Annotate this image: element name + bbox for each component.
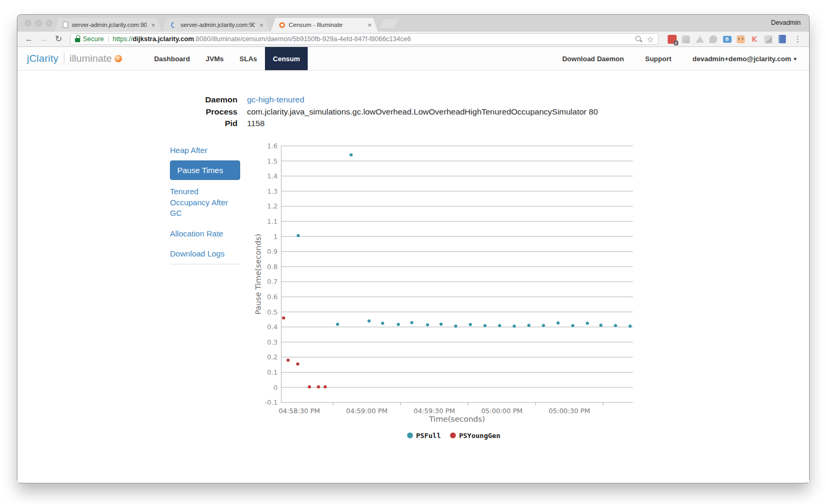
forward-button[interactable]: → bbox=[37, 35, 50, 43]
tab-censum-illuminate[interactable]: Censum - Illuminate × bbox=[271, 18, 378, 32]
tab-title: server-admin.jclarity.com:900 bbox=[181, 22, 255, 28]
loading-spinner-icon bbox=[170, 21, 178, 28]
sidebar-item-pause-times[interactable]: Pause Times bbox=[170, 160, 240, 180]
close-icon[interactable]: × bbox=[149, 21, 157, 29]
zoom-page-icon[interactable] bbox=[634, 35, 643, 43]
y-tick-label: 0 bbox=[273, 384, 278, 392]
minimize-window-button[interactable] bbox=[35, 20, 42, 26]
y-tick-label: 0.5 bbox=[267, 308, 278, 316]
daemon-info: Daemon gc-high-tenured Process com.jclar… bbox=[195, 94, 598, 130]
nav-right: Download Daemon Support devadmin+demo@jc… bbox=[552, 55, 809, 63]
gray-extension-icon[interactable] bbox=[763, 34, 773, 44]
bookmark-star-icon[interactable]: ☆ bbox=[647, 35, 654, 43]
legend-dot-PSYoungGen[interactable] bbox=[450, 433, 456, 439]
triangle-extension-icon[interactable] bbox=[695, 34, 705, 44]
y-tick-label: 0.9 bbox=[267, 248, 278, 255]
main-nav: Dashboard JVMs SLAs Censum bbox=[146, 47, 308, 70]
sidebar-item-allocation-rate[interactable]: Allocation Rate bbox=[170, 229, 223, 238]
process-value: com.jclarity.java_simulations.gc.lowOver… bbox=[238, 106, 598, 118]
y-tick-label: -0.1 bbox=[265, 398, 278, 406]
illuminate-dot-icon bbox=[115, 55, 122, 62]
illuminate-logo-icon bbox=[279, 22, 285, 28]
y-axis-title: Pause Time(seconds) bbox=[254, 234, 262, 315]
security-label[interactable]: Secure bbox=[83, 35, 104, 43]
chart-point-PSFull bbox=[349, 154, 353, 157]
blob-extension-icon[interactable] bbox=[708, 34, 718, 44]
daemon-row: Daemon gc-high-tenured bbox=[195, 94, 598, 106]
browser-menu-icon[interactable]: ⋮ bbox=[791, 34, 804, 44]
y-tick-label: 1 bbox=[273, 233, 278, 241]
close-window-button[interactable] bbox=[25, 20, 31, 26]
url-text[interactable]: https://dijkstra.jclarity.com:8080/illum… bbox=[113, 35, 634, 43]
bookmark-extension-icon[interactable] bbox=[777, 34, 787, 44]
daemon-label: Daemon bbox=[195, 94, 238, 106]
tab-strip: server-admin.jclarity.com:900 × server-a… bbox=[17, 15, 809, 32]
nav-item-dashboard[interactable]: Dashboard bbox=[146, 47, 198, 70]
chart-point-PSFull bbox=[512, 325, 516, 328]
illuminate-logo: illuminate bbox=[70, 53, 122, 64]
lock-icon bbox=[75, 38, 80, 42]
chart-point-PSFull bbox=[614, 324, 617, 327]
back-button[interactable]: ← bbox=[23, 35, 35, 43]
download-daemon-link[interactable]: Download Daemon bbox=[552, 55, 634, 63]
pid-row: Pid 1158 bbox=[195, 118, 598, 130]
y-tick-label: 0.6 bbox=[267, 293, 278, 301]
tag-extension-icon[interactable]: B bbox=[722, 34, 732, 44]
x-axis-title: Time(seconds) bbox=[429, 415, 485, 423]
close-icon[interactable]: × bbox=[365, 21, 374, 29]
nav-item-slas[interactable]: SLAs bbox=[232, 47, 265, 70]
y-tick-label: 0.1 bbox=[267, 368, 278, 376]
process-row: Process com.jclarity.java_simulations.gc… bbox=[195, 106, 598, 118]
address-bar[interactable]: Secure https://dijkstra.jclarity.com:808… bbox=[70, 33, 659, 45]
x-tick-label: 04:59:00 PM bbox=[346, 407, 387, 415]
k-extension-icon[interactable]: K bbox=[749, 34, 759, 44]
browser-toolbar: ← → ↻ Secure https://dijkstra.jclarity.c… bbox=[17, 32, 809, 47]
tab-server-admin-2[interactable]: server-admin.jclarity.com:900 × bbox=[163, 18, 270, 32]
sidebar-item-tenured-occupancy[interactable]: Tenured Occupancy After GC bbox=[170, 186, 233, 219]
y-tick-label: 0.3 bbox=[267, 338, 278, 346]
page-content: Daemon gc-high-tenured Process com.jclar… bbox=[17, 71, 809, 482]
chart-point-PSFull bbox=[426, 324, 429, 327]
legend-label-PSFull[interactable]: PSFull bbox=[416, 432, 441, 440]
brand[interactable]: jClarity illuminate bbox=[27, 52, 122, 65]
y-tick-label: 1.2 bbox=[267, 202, 278, 210]
y-tick-label: 1.4 bbox=[267, 172, 278, 180]
cube-extension-icon[interactable] bbox=[681, 34, 691, 44]
url-path: :8080/illuminate/censum/daemon/5b9150fb-… bbox=[194, 35, 411, 43]
legend-dot-PSFull[interactable] bbox=[407, 433, 413, 439]
legend-label-PSYoungGen[interactable]: PSYoungGen bbox=[459, 432, 500, 440]
os-user-label: Devadmin bbox=[771, 19, 801, 26]
x-tick-label: 04:59:30 PM bbox=[414, 407, 455, 415]
process-label: Process bbox=[195, 106, 238, 118]
y-tick-label: 0.4 bbox=[267, 323, 278, 331]
new-tab-button[interactable] bbox=[379, 19, 398, 28]
tab-server-admin-1[interactable]: server-admin.jclarity.com:900 × bbox=[54, 18, 162, 32]
document-icon bbox=[63, 22, 68, 28]
chart-point-PSFull bbox=[556, 321, 559, 325]
scatter-plot: 1.61.51.41.31.21.110.90.80.70.60.50.40.3… bbox=[253, 140, 639, 451]
sidebar-item-heap-after[interactable]: Heap After bbox=[170, 146, 207, 155]
sidebar-item-download-logs[interactable]: Download Logs bbox=[170, 249, 224, 258]
chart-point-PSFull bbox=[440, 322, 443, 326]
y-tick-label: 1.6 bbox=[267, 142, 278, 150]
nav-item-jvms[interactable]: JVMs bbox=[198, 47, 232, 70]
reload-button[interactable]: ↻ bbox=[52, 35, 65, 43]
y-tick-label: 1.5 bbox=[267, 157, 278, 165]
chart-point-PSYoungGen bbox=[317, 385, 320, 388]
chart-point-PSFull bbox=[381, 321, 384, 325]
zoom-window-button[interactable] bbox=[46, 20, 52, 26]
sessions-extension-icon[interactable] bbox=[667, 34, 677, 44]
support-link[interactable]: Support bbox=[634, 55, 682, 63]
tab-title: Censum - Illuminate bbox=[289, 22, 363, 28]
window-controls[interactable] bbox=[25, 20, 52, 26]
daemon-link[interactable]: gc-high-tenured bbox=[238, 94, 305, 106]
nav-item-censum[interactable]: Censum bbox=[265, 47, 308, 70]
pause-times-chart: 1.61.51.41.31.21.110.90.80.70.60.50.40.3… bbox=[253, 140, 639, 451]
divider bbox=[108, 35, 109, 43]
account-menu[interactable]: devadmin+demo@jclarity.com▾ bbox=[682, 55, 799, 63]
close-icon[interactable]: × bbox=[257, 21, 265, 29]
robot-extension-icon[interactable] bbox=[736, 34, 746, 44]
chart-point-PSYoungGen bbox=[282, 316, 285, 319]
y-tick-label: 0.7 bbox=[267, 278, 278, 286]
chart-point-PSFull bbox=[571, 324, 574, 327]
